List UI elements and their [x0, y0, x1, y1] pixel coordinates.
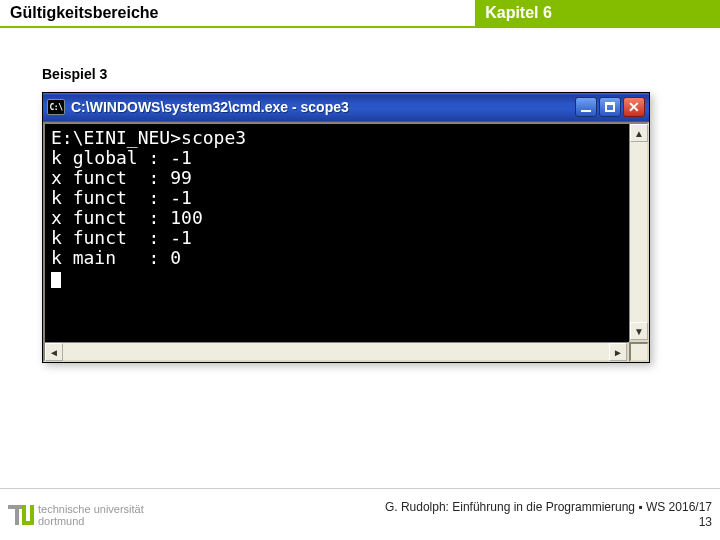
tu-dortmund-logo: technische universität dortmund	[8, 503, 144, 527]
slide-footer: technische universität dortmund G. Rudol…	[0, 488, 720, 540]
footer-credit-block: G. Rudolph: Einführung in die Programmie…	[385, 500, 712, 530]
uni-name-line1: technische universität	[38, 503, 144, 515]
cmd-title-text: C:\WINDOWS\system32\cmd.exe - scope3	[71, 99, 569, 115]
minimize-button[interactable]	[575, 97, 597, 117]
cmd-system-icon[interactable]: C:\	[47, 99, 65, 115]
close-button[interactable]: ✕	[623, 97, 645, 117]
cmd-titlebar[interactable]: C:\ C:\WINDOWS\system32\cmd.exe - scope3…	[43, 93, 649, 121]
header-chapter: Kapitel 6	[475, 0, 720, 28]
example-label: Beispiel 3	[42, 66, 720, 82]
cmd-cursor	[51, 272, 61, 288]
tu-logo-text: technische universität dortmund	[38, 503, 144, 527]
maximize-button[interactable]	[599, 97, 621, 117]
tu-logo-mark	[8, 503, 32, 527]
horizontal-scrollbar[interactable]: ◄ ►	[43, 342, 629, 362]
scroll-up-button[interactable]: ▲	[630, 124, 648, 142]
scroll-right-button[interactable]: ►	[609, 343, 627, 361]
cmd-output: E:\EINI_NEU>scope3 k global : -1 x funct…	[43, 122, 629, 342]
page-number: 13	[385, 515, 712, 530]
scrollbar-corner	[629, 342, 649, 362]
cmd-client-area: E:\EINI_NEU>scope3 k global : -1 x funct…	[43, 121, 649, 362]
uni-name-line2: dortmund	[38, 515, 144, 527]
scroll-left-button[interactable]: ◄	[45, 343, 63, 361]
vertical-scrollbar[interactable]: ▲ ▼	[629, 122, 649, 342]
header-topic: Gültigkeitsbereiche	[0, 0, 475, 28]
close-icon: ✕	[628, 100, 640, 114]
cmd-window: C:\ C:\WINDOWS\system32\cmd.exe - scope3…	[42, 92, 650, 363]
footer-credit: G. Rudolph: Einführung in die Programmie…	[385, 500, 712, 515]
slide-header: Gültigkeitsbereiche Kapitel 6	[0, 0, 720, 28]
scroll-down-button[interactable]: ▼	[630, 322, 648, 340]
window-controls: ✕	[575, 97, 645, 117]
